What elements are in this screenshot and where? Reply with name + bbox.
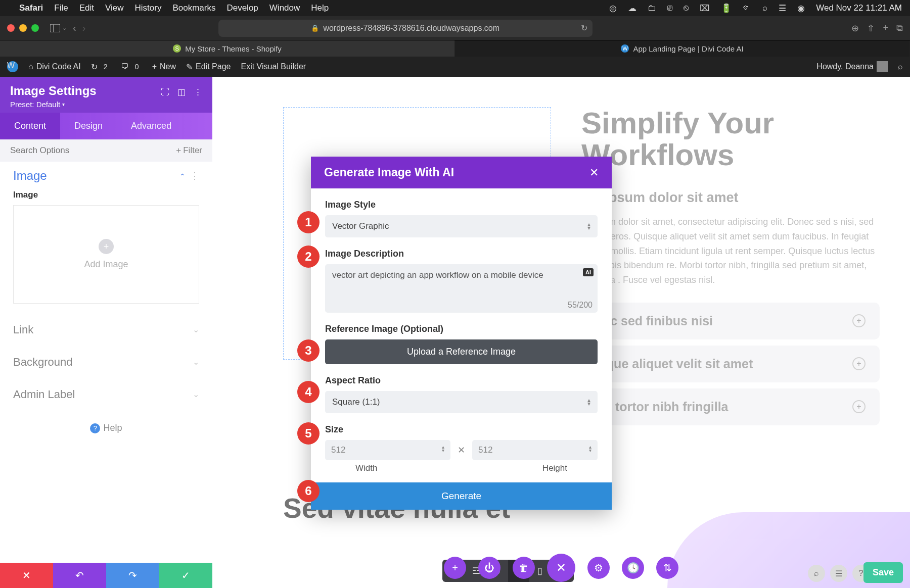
builder-actions: + ⏻ 🗑 ✕ ⚙ 🕓 ⇅ [444,554,678,582]
wp-search-icon[interactable]: ⌕ [898,62,903,71]
safari-toolbar: ⌄ ‹ › 🔒 wordpress-784896-3788616.cloudwa… [0,16,910,40]
menu-help[interactable]: Help [311,3,329,13]
reload-icon[interactable]: ↻ [581,23,587,33]
tab-design[interactable]: Design [60,113,117,139]
wp-howdy[interactable]: Howdy, Deanna [816,61,888,72]
section-admin-label[interactable]: Admin Label⌄ [0,378,212,411]
close-builder-button[interactable]: ✕ [547,554,575,582]
search-row: + Filter [0,139,212,162]
power-button[interactable]: ⏻ [478,557,500,579]
app-name[interactable]: Safari [19,3,43,13]
screen-icon[interactable]: ⎚ [667,3,672,13]
wp-refresh[interactable]: ↻ 2 [91,62,111,72]
wp-logo[interactable]: W [7,61,18,72]
wifi-icon[interactable]: ᯤ [743,3,751,13]
find-icon[interactable]: ⌕ [808,565,825,582]
preset-selector[interactable]: Preset: Default ▾ [10,100,97,109]
columns-icon[interactable]: ◫ [177,87,186,97]
menu-file[interactable]: File [54,3,68,13]
menu-window[interactable]: Window [269,3,300,13]
siri-icon[interactable]: ◉ [797,3,805,14]
new-tab-icon[interactable]: + [883,23,888,34]
battery-icon[interactable]: 🔋 [721,3,732,14]
width-input[interactable]: 512▴▾ [325,440,450,460]
wp-edit[interactable]: ✎ Edit Page [186,62,231,72]
control-center-icon[interactable]: ☰ [779,3,786,14]
tabs-icon[interactable]: ⧉ [896,23,903,34]
history-button[interactable]: 🕓 [622,557,644,579]
back-button[interactable]: ‹ [73,22,76,34]
stepper-icon[interactable]: ▴▾ [442,445,444,455]
lock-icon: 🔒 [311,24,319,32]
section-image[interactable]: Image ⌃ ⋮ [0,162,212,188]
ai-badge[interactable]: AI [583,268,594,276]
forward-button[interactable]: › [82,22,86,34]
add-image-dropzone[interactable]: + Add Image [13,205,199,304]
layers-icon[interactable]: ☰ [830,565,847,582]
save-button[interactable]: Save [863,562,903,583]
minimize-window[interactable] [19,24,27,32]
annotation-3: 3 [297,339,320,362]
search-input[interactable] [10,145,176,156]
add-button[interactable]: + [444,557,466,579]
settings-button[interactable]: ⚙ [587,557,610,579]
discard-button[interactable]: ✕ [0,563,53,588]
section-link[interactable]: Link⌄ [0,314,212,346]
close-window[interactable] [7,24,15,32]
keyboard-icon[interactable]: ⌧ [700,3,710,14]
maximize-window[interactable] [31,24,39,32]
tab-shopify[interactable]: S My Store - Themes - Shopify [0,40,455,57]
focus-icon[interactable]: ⛶ [161,87,169,97]
sidebar-toggle-icon[interactable]: ⌄ [50,24,67,32]
more-icon[interactable]: ⋮ [190,171,199,181]
more-icon[interactable]: ⋮ [194,87,202,97]
section-background[interactable]: Background⌄ [0,346,212,378]
ref-label: Reference Image (Optional) [325,324,598,334]
bluetooth-icon[interactable]: ⎋ [684,3,689,13]
height-input[interactable]: 512▴▾ [472,440,598,460]
tab-content[interactable]: Content [0,113,60,139]
annotation-2: 2 [297,246,320,268]
clock[interactable]: Wed Nov 22 11:21 AM [816,3,902,13]
redo-button[interactable]: ↷ [106,563,159,588]
download-icon[interactable]: ⊕ [851,23,859,34]
wp-new[interactable]: + New [152,62,176,71]
undo-button[interactable]: ↶ [53,563,106,588]
upload-button[interactable]: Upload a Reference Image [325,339,598,364]
stepper-icon[interactable]: ▴▾ [589,445,592,455]
desc-textarea[interactable]: vector art depicting an app workflow on … [325,264,598,313]
swap-button[interactable]: ⇅ [656,557,678,579]
chevron-down-icon: ⌄ [193,325,199,334]
apply-button[interactable]: ✓ [159,563,212,588]
folder-icon[interactable]: 🗀 [648,3,656,13]
menu-bookmarks[interactable]: Bookmarks [172,3,215,13]
menu-view[interactable]: View [105,3,124,13]
help-link[interactable]: ? Help [0,411,212,446]
share-icon[interactable]: ⇧ [867,23,875,34]
style-label: Image Style [325,200,598,210]
filter-button[interactable]: + Filter [176,145,202,156]
url-text: wordpress-784896-3788616.cloudwaysapps.c… [323,24,499,33]
menu-edit[interactable]: Edit [79,3,94,13]
delete-button[interactable]: 🗑 [513,557,535,579]
menu-history[interactable]: History [135,3,162,13]
wp-comments[interactable]: 🗨 0 [121,62,142,72]
wp-exit[interactable]: Exit Visual Builder [241,62,306,71]
cloud-icon[interactable]: ☁ [628,3,636,14]
select-arrows-icon: ▴▾ [587,399,590,406]
record-icon[interactable]: ◎ [609,3,617,14]
panel-actions: ✕ ↶ ↷ ✓ [0,563,212,588]
tab-advanced[interactable]: Advanced [117,113,186,139]
generate-button[interactable]: Generate [311,482,612,510]
close-icon[interactable]: ✕ [589,166,599,179]
tab-wordpress[interactable]: W App Landing Page | Divi Code AI [455,40,910,57]
url-bar[interactable]: 🔒 wordpress-784896-3788616.cloudwaysapps… [218,20,593,37]
menu-develop[interactable]: Develop [226,3,258,13]
svg-rect-0 [50,24,60,32]
aspect-select[interactable]: Square (1:1) ▴▾ [325,391,598,413]
search-icon[interactable]: ⌕ [762,3,767,13]
help-icon: ? [90,423,100,433]
wp-site[interactable]: ⌂ Divi Code AI [28,62,81,71]
style-select[interactable]: Vector Graphic ▴▾ [325,215,598,237]
wp-admin-bar: W ⌂ Divi Code AI ↻ 2 🗨 0 + New ✎ Edit Pa… [0,57,910,77]
